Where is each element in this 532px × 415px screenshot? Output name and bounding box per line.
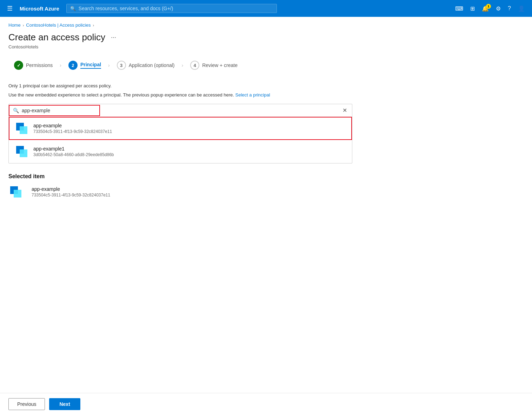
page-subtitle: ContosoHotels <box>8 44 413 49</box>
results-container: 🔍 ✕ app-example 733504c5-3911-4f13-9c59-… <box>8 104 352 163</box>
result-item-info-0: app-example 733504c5-3911-4f13-9c59-32c8… <box>33 123 112 134</box>
search-icon: 🔍 <box>70 6 76 11</box>
search-container: 🔍 ✕ app-example 733504c5-3911-4f13-9c59-… <box>8 104 413 163</box>
result-item-name-0: app-example <box>33 123 112 128</box>
step-label-review: Review + create <box>202 62 238 68</box>
step-label-application: Application (optional) <box>129 62 175 68</box>
wizard-steps: ✓ Permissions › 2 Principal › 3 Applicat… <box>8 58 413 73</box>
ellipsis-menu-button[interactable]: ··· <box>109 33 118 42</box>
selected-item-info: app-example 733504c5-3911-4f13-9c59-32c8… <box>32 186 110 198</box>
result-item-id-1: 3d0b5462-50a8-4660-a6d8-29eede85d86b <box>33 152 114 157</box>
step-circle-application: 3 <box>117 61 126 70</box>
account-icon: 👤 <box>518 6 525 12</box>
breadcrumb-home[interactable]: Home <box>8 22 21 28</box>
step-label-principal: Principal <box>80 62 101 69</box>
info-line2: Use the new embedded experience to selec… <box>8 92 413 99</box>
wizard-step-principal[interactable]: 2 Principal <box>63 58 107 73</box>
result-item-id-0: 733504c5-3911-4f13-9c59-32c824037e11 <box>33 129 112 134</box>
selected-item-id: 733504c5-3911-4f13-9c59-32c824037e11 <box>32 193 110 198</box>
selected-item-name: app-example <box>32 186 110 192</box>
app-icon-svg-1 <box>14 144 29 159</box>
breadcrumb-separator-1: › <box>23 23 24 27</box>
selected-item-row: app-example 733504c5-3911-4f13-9c59-32c8… <box>8 185 413 199</box>
principal-search-area: 🔍 <box>9 105 100 116</box>
result-item-info-1: app-example1 3d0b5462-50a8-4660-a6d8-29e… <box>33 146 114 157</box>
selected-section-title: Selected item <box>8 173 413 180</box>
terminal-icon: ⌨ <box>455 6 463 12</box>
step-circle-principal: 2 <box>68 61 78 70</box>
gear-icon: ⚙ <box>496 6 501 12</box>
wizard-step-application[interactable]: 3 Application (optional) <box>111 58 180 73</box>
breadcrumb-parent[interactable]: ContosoHotels | Access policies <box>26 22 91 28</box>
wizard-step-review[interactable]: 4 Review + create <box>185 58 243 73</box>
account-button[interactable]: 👤 <box>515 3 528 14</box>
select-principal-link[interactable]: Select a principal <box>235 92 270 98</box>
principal-search-icon: 🔍 <box>13 108 19 113</box>
selected-app-icon <box>8 185 23 199</box>
global-search-input[interactable] <box>79 6 273 11</box>
page-title: Create an access policy <box>8 32 105 43</box>
step-separator-3: › <box>180 62 185 68</box>
result-item-name-1: app-example1 <box>33 146 114 152</box>
nav-icons-group: ⌨ ⊞ 🔔 1 ⚙ ? 👤 <box>452 3 528 14</box>
principal-search-input[interactable] <box>22 108 96 113</box>
terminal-icon-button[interactable]: ⌨ <box>452 3 466 14</box>
app-icon-0 <box>14 121 29 136</box>
notification-badge: 1 <box>486 4 491 9</box>
breadcrumb-separator-2: › <box>93 23 94 27</box>
step-circle-review: 4 <box>190 61 199 70</box>
svg-rect-3 <box>20 149 27 157</box>
settings-button[interactable]: ⚙ <box>493 3 504 14</box>
selected-app-icon-svg <box>8 185 23 199</box>
selected-section: Selected item app-example 733504c5-3911-… <box>8 173 413 199</box>
azure-logo: Microsoft Azure <box>20 6 59 12</box>
directory-icon-button[interactable]: ⊞ <box>467 3 478 14</box>
hamburger-menu-button[interactable]: ☰ <box>4 2 15 14</box>
notifications-button[interactable]: 🔔 1 <box>479 3 492 14</box>
hamburger-icon: ☰ <box>7 5 13 12</box>
results-header: 🔍 ✕ <box>9 104 352 117</box>
wizard-step-permissions[interactable]: ✓ Permissions <box>8 58 58 73</box>
app-icon-1 <box>14 144 29 159</box>
page-title-row: Create an access policy ··· <box>8 32 413 43</box>
help-icon: ? <box>508 5 511 11</box>
clear-search-button[interactable]: ✕ <box>338 104 352 116</box>
app-icon-svg-0 <box>14 121 29 136</box>
step-label-permissions: Permissions <box>26 62 53 68</box>
svg-rect-1 <box>20 126 27 134</box>
svg-rect-5 <box>14 190 21 198</box>
step-separator-2: › <box>107 62 111 68</box>
info-line1: Only 1 principal can be assigned per acc… <box>8 82 413 89</box>
help-button[interactable]: ? <box>505 3 514 14</box>
global-search-bar: 🔍 <box>66 4 277 13</box>
top-navigation: ☰ Microsoft Azure 🔍 ⌨ ⊞ 🔔 1 ⚙ ? 👤 <box>0 0 532 17</box>
result-item-0[interactable]: app-example 733504c5-3911-4f13-9c59-32c8… <box>9 117 352 140</box>
result-item-1[interactable]: app-example1 3d0b5462-50a8-4660-a6d8-29e… <box>9 140 352 163</box>
breadcrumb: Home › ContosoHotels | Access policies › <box>8 22 413 28</box>
directory-icon: ⊞ <box>470 6 475 12</box>
step-circle-permissions: ✓ <box>14 61 23 70</box>
step-separator-1: › <box>58 62 63 68</box>
page-content: Home › ContosoHotels | Access policies ›… <box>0 17 421 205</box>
